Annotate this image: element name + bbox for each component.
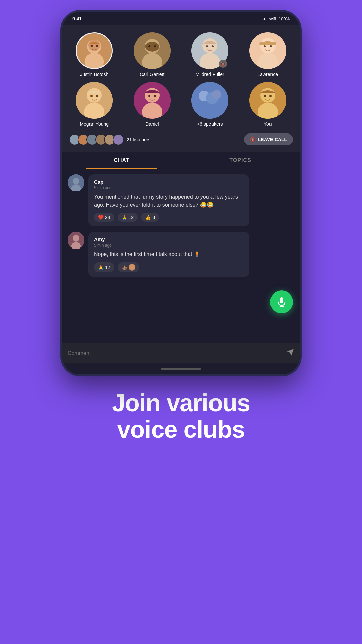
reaction-pray2-emoji: 🙏 (98, 265, 104, 270)
chat-time-1: 5 min ago (94, 185, 244, 190)
reaction-heart-emoji: ❤️ (98, 215, 104, 220)
chat-sender-2: Amy (94, 236, 244, 242)
reaction-thumbs-emoji: 👍 (145, 215, 151, 220)
speaker-avatar-you (249, 82, 286, 119)
reaction-heart[interactable]: ❤️ 24 (94, 213, 114, 222)
leave-call-button[interactable]: 🔇 LEAVE CALL (244, 133, 293, 145)
reaction-pray-count: 12 (129, 215, 134, 220)
speaker-avatar-wrap-megan (76, 82, 113, 119)
speaker-avatar-lawrence (249, 32, 286, 69)
listeners-count: 21 listeners (127, 137, 151, 142)
tab-topics-label: TOPICS (229, 157, 251, 163)
chat-section: Cap 5 min ago You mentioned that funny s… (62, 169, 300, 343)
svg-point-10 (154, 45, 156, 47)
svg-point-14 (206, 45, 208, 47)
speaker-justin[interactable]: Justin Botosh (68, 32, 121, 77)
speaker-avatar-justin (76, 32, 113, 69)
status-icons: ▲ wifi 100% (262, 16, 290, 21)
promo-line1: Join various (112, 389, 250, 416)
chat-reactions-1: ❤️ 24 🙏 12 👍 3 (94, 213, 244, 222)
home-bar (161, 368, 201, 370)
reaction-thumbs[interactable]: 👍 3 (141, 213, 159, 222)
reaction-thumbs-avatar-emoji: 👍🏽 (122, 265, 127, 270)
tab-chat[interactable]: CHAT (62, 152, 181, 169)
speaker-avatar-wrap-you (249, 82, 286, 119)
chat-bubble-1: Cap 5 min ago You mentioned that funny s… (88, 174, 249, 226)
chat-message-2: Amy 5 min ago Nope, this is the first ti… (68, 232, 294, 277)
mic-fab-button[interactable] (270, 290, 293, 313)
send-button[interactable] (286, 348, 294, 358)
reaction-thumbs-avatar[interactable]: 👍🏽 (118, 262, 139, 272)
chat-sender-1: Cap (94, 179, 244, 185)
speaker-mildred[interactable]: 🔇 Mildred Fuller (183, 32, 237, 77)
svg-point-9 (148, 45, 150, 47)
svg-point-15 (212, 45, 214, 47)
comment-input-row (62, 343, 300, 363)
chat-bubble-2: Amy 5 min ago Nope, this is the first ti… (88, 232, 249, 277)
speakers-section: Justin Botosh (62, 25, 300, 152)
comment-input[interactable] (68, 350, 282, 356)
svg-point-19 (264, 45, 266, 47)
speaker-avatar-wrap-mildred: 🔇 (191, 32, 228, 69)
reaction-thumbs-count: 3 (152, 215, 155, 220)
speaker-name-you: You (264, 121, 272, 127)
chat-reactions-2: 🙏 12 👍🏽 (94, 262, 244, 272)
speaker-avatar-carl (134, 32, 171, 69)
svg-point-5 (96, 45, 98, 47)
speaker-megan[interactable]: Megan Young (68, 82, 121, 127)
listeners-avatars (69, 134, 124, 145)
svg-point-25 (90, 95, 93, 97)
speaker-name-lawrence: Lawrence (257, 72, 278, 77)
leave-call-icon: 🔇 (250, 137, 256, 142)
tabs-section: CHAT TOPICS (62, 152, 300, 169)
svg-rect-21 (259, 42, 276, 45)
reaction-pray[interactable]: 🙏 12 (118, 213, 138, 222)
chat-avatar-amy (68, 232, 84, 249)
status-time: 9:41 (72, 16, 82, 21)
wifi-icon: wifi (269, 16, 276, 21)
leave-call-label: LEAVE CALL (258, 137, 287, 142)
speaker-more[interactable]: +6 speakers (183, 82, 237, 127)
svg-point-26 (96, 95, 98, 97)
chat-message-1: Cap 5 min ago You mentioned that funny s… (68, 174, 294, 226)
speaker-name-more: +6 speakers (197, 121, 223, 127)
svg-point-4 (91, 45, 93, 47)
status-bar: 9:41 ▲ wifi 100% (62, 12, 300, 25)
reaction-pray-emoji: 🙏 (122, 215, 127, 220)
signal-icon: ▲ (262, 16, 267, 21)
listeners-group: 21 listeners (69, 134, 151, 145)
speaker-you[interactable]: You (241, 82, 295, 127)
svg-point-40 (269, 95, 272, 97)
muted-badge-mildred: 🔇 (219, 60, 227, 68)
promo-section: Join various voice clubs (92, 390, 270, 443)
reaction-heart-count: 24 (105, 215, 110, 220)
battery-icon: 100% (279, 16, 290, 21)
tab-chat-label: CHAT (114, 157, 129, 163)
tab-topics[interactable]: TOPICS (181, 152, 300, 169)
svg-rect-47 (280, 297, 283, 303)
speaker-avatar-daniel (134, 82, 171, 119)
speaker-lawrence[interactable]: Lawrence (241, 32, 295, 77)
reaction-pray2-count: 12 (105, 265, 110, 270)
svg-point-3 (88, 40, 100, 51)
speaker-avatar-more (191, 82, 228, 119)
phone-frame: 9:41 ▲ wifi 100% (60, 10, 302, 376)
speaker-name-mildred: Mildred Fuller (196, 72, 224, 77)
listeners-row: 21 listeners 🔇 LEAVE CALL (68, 133, 294, 145)
promo-heading: Join various voice clubs (112, 390, 250, 443)
svg-point-42 (73, 178, 79, 184)
speakers-grid: Justin Botosh (68, 32, 294, 127)
svg-point-35 (212, 90, 221, 99)
listener-mini-6 (113, 134, 124, 145)
speaker-carl[interactable]: Carl Garrett (126, 32, 179, 77)
speaker-name-justin: Justin Botosh (80, 72, 108, 77)
reaction-pray-2[interactable]: 🙏 12 (94, 262, 114, 272)
home-indicator (62, 363, 300, 374)
promo-line2: voice clubs (117, 416, 245, 443)
speaker-daniel[interactable]: Daniel (126, 82, 179, 127)
svg-point-20 (270, 45, 272, 47)
chat-avatar-cap (68, 174, 84, 191)
speaker-avatar-megan (76, 82, 113, 119)
speaker-name-daniel: Daniel (145, 121, 159, 127)
speaker-avatar-wrap-lawrence (249, 32, 286, 69)
